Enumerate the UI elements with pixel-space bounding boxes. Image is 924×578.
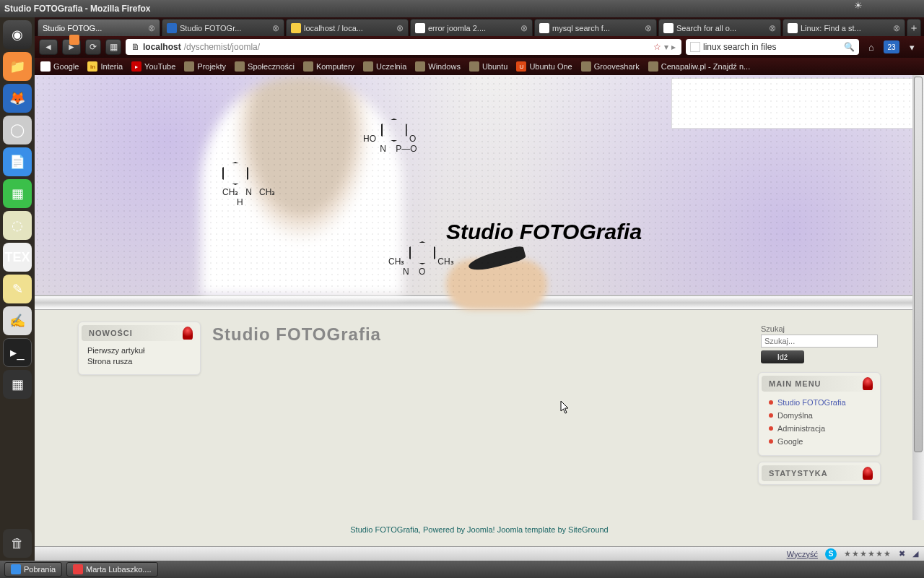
- scroll-thumb[interactable]: [914, 77, 923, 452]
- bookmark-item[interactable]: Komputery: [303, 61, 354, 72]
- search-bar[interactable]: linux search in files 🔍: [686, 39, 859, 55]
- tab-3[interactable]: error joomla 2....⊗: [410, 19, 533, 36]
- gedit-icon[interactable]: ✍: [3, 306, 32, 335]
- tab-0[interactable]: Studio FOTOG...⊗: [38, 19, 160, 36]
- list-item[interactable]: Pierwszy artykuł: [87, 345, 191, 356]
- trash-icon[interactable]: 🗑: [3, 529, 32, 558]
- tab-label: Linux: Find a st...: [801, 24, 861, 33]
- bookmark-item[interactable]: Cenapaliw.pl - Znajdź n...: [648, 61, 751, 72]
- resize-grip-icon[interactable]: ◢: [912, 549, 918, 558]
- window-title: Studio FOTOGrafia - Mozilla Firefox: [4, 4, 150, 14]
- site-footer: Studio FOTOGrafia, Powered by Joomla! Jo…: [35, 496, 924, 546]
- search-engine-icon[interactable]: [690, 42, 700, 52]
- menu-item[interactable]: Administracja: [762, 422, 877, 435]
- chem-formula: CH₃ N CH₃ H: [222, 162, 275, 207]
- close-icon[interactable]: ⊗: [272, 23, 279, 33]
- bookmark-item[interactable]: UUbuntu One: [516, 61, 572, 72]
- tab-2[interactable]: localhost / loca...⊗: [286, 19, 409, 36]
- close-icon[interactable]: ⊗: [396, 23, 404, 33]
- tab-1[interactable]: Studio FOTOGr...⊗: [162, 19, 284, 36]
- chromium-icon[interactable]: ◯: [3, 116, 32, 144]
- module-heading: STATYSTYKA: [762, 465, 877, 481]
- firefox-icon[interactable]: 🦊: [3, 84, 32, 113]
- close-icon[interactable]: ⊗: [893, 23, 900, 33]
- menu-item[interactable]: Studio FOTOGrafia: [762, 396, 877, 409]
- list-item[interactable]: Strona rusza: [87, 356, 191, 367]
- dropdown-icon[interactable]: ▾: [664, 42, 668, 52]
- unity-launcher: ◉ 📁 🦊 ◯ 📄 ▦ ◌ TEX ✎ ✍ ▸_ ▦ 🗑: [0, 17, 35, 561]
- page-heading: Studio FOTOGrafia: [212, 324, 746, 345]
- favicon: [69, 35, 79, 36]
- reload-button[interactable]: ⟳: [85, 39, 101, 55]
- taskbar-item[interactable]: Marta Lubaszko....: [66, 562, 158, 577]
- search-button[interactable]: Idź: [761, 350, 804, 363]
- chem-formula: CH₃ CH₃ N O: [388, 241, 454, 277]
- url-bar[interactable]: 🗎 localhost/dyschemist/joomla/ ☆ ▾ ▸: [126, 39, 681, 55]
- tab-5[interactable]: Search for all o...⊗: [658, 19, 781, 36]
- calc-icon[interactable]: ▦: [3, 179, 32, 208]
- favicon: [167, 23, 177, 33]
- go-icon[interactable]: ▸: [671, 42, 676, 52]
- more-icon[interactable]: ▾: [904, 39, 920, 55]
- menu-item[interactable]: Domyślna: [762, 409, 877, 422]
- favicon: [40, 61, 51, 72]
- bookmark-item[interactable]: Windows: [415, 61, 461, 72]
- search-input[interactable]: [761, 335, 878, 348]
- bookmark-item[interactable]: Google: [40, 61, 79, 72]
- bookmark-item[interactable]: inInteria: [87, 61, 123, 72]
- bookmark-item[interactable]: Projekty: [184, 61, 226, 72]
- bookmark-item[interactable]: Społeczności: [235, 61, 295, 72]
- app-icon[interactable]: ◌: [3, 211, 32, 240]
- banner-white-box: [671, 78, 917, 129]
- tex-icon[interactable]: TEX: [3, 243, 32, 272]
- site-banner: CH₃ N CH₃ H HO O N P—O CH₃ CH₃ N O Studi…: [35, 75, 924, 296]
- taskbar-item[interactable]: Pobrania: [4, 562, 62, 577]
- tab-4[interactable]: mysql search f...⊗: [534, 19, 657, 36]
- bookmark-item[interactable]: Ubuntu: [469, 61, 507, 72]
- menu-item[interactable]: Google: [762, 435, 877, 448]
- sync-badge[interactable]: 23: [884, 40, 899, 53]
- close-icon[interactable]: ⊗: [645, 23, 652, 33]
- tab-label: Search for all o...: [676, 24, 736, 33]
- folder-icon: [415, 61, 425, 72]
- skype-icon[interactable]: S: [825, 548, 837, 560]
- files-icon[interactable]: 📁: [3, 52, 32, 81]
- writer-icon[interactable]: 📄: [3, 147, 32, 176]
- favicon: [291, 23, 301, 33]
- mainmenu-module: MAIN MENU Studio FOTOGrafia Domyślna Adm…: [758, 372, 881, 456]
- new-tab-button[interactable]: ＋: [907, 19, 921, 36]
- search-icon[interactable]: 🔍: [844, 42, 855, 52]
- url-host: localhost: [143, 42, 181, 52]
- scrollbar[interactable]: [912, 75, 924, 520]
- clear-link[interactable]: Wyczyść: [787, 550, 818, 558]
- bookmark-item[interactable]: ▸YouTube: [131, 61, 175, 72]
- tab-strip: Studio FOTOG...⊗ Studio FOTOGr...⊗ local…: [35, 17, 924, 36]
- rating-stars[interactable]: ★★★★★★: [844, 549, 892, 558]
- doc-icon: [73, 564, 83, 574]
- terminal-icon[interactable]: ▸_: [3, 338, 32, 367]
- tab-groups-button[interactable]: ▦: [105, 39, 121, 55]
- back-button[interactable]: ◄: [39, 39, 58, 55]
- bookmark-star-icon[interactable]: ☆: [653, 42, 661, 52]
- banner-hand: [446, 259, 547, 310]
- close-icon[interactable]: ✖: [899, 549, 905, 558]
- close-icon[interactable]: ⊗: [769, 23, 776, 33]
- tab-label: Studio FOTOG...: [43, 24, 102, 33]
- tab-6[interactable]: Linux: Find a st...⊗: [783, 19, 905, 36]
- dash-icon[interactable]: ◉: [3, 20, 32, 49]
- draw-icon[interactable]: ✎: [3, 275, 32, 303]
- home-button[interactable]: ⌂: [863, 39, 879, 55]
- gnome-bottom-panel: Pobrania Marta Lubaszko....: [0, 561, 924, 578]
- right-column: Szukaj Idź MAIN MENU Studio FOTOGrafia D…: [758, 322, 881, 485]
- download-icon: [11, 564, 21, 574]
- favicon: [663, 23, 674, 33]
- weather-icon[interactable]: ☀: [853, 0, 864, 11]
- folder-icon: [363, 61, 373, 72]
- workspace-icon[interactable]: ▦: [3, 370, 32, 399]
- bookmark-item[interactable]: Grooveshark: [581, 61, 640, 72]
- bookmark-item[interactable]: Uczelnia: [363, 61, 406, 72]
- close-icon[interactable]: ⊗: [148, 23, 155, 33]
- left-module: NOWOŚCI Pierwszy artykuł Strona rusza: [78, 322, 201, 375]
- search-value: linux search in files: [703, 42, 776, 52]
- close-icon[interactable]: ⊗: [520, 23, 528, 33]
